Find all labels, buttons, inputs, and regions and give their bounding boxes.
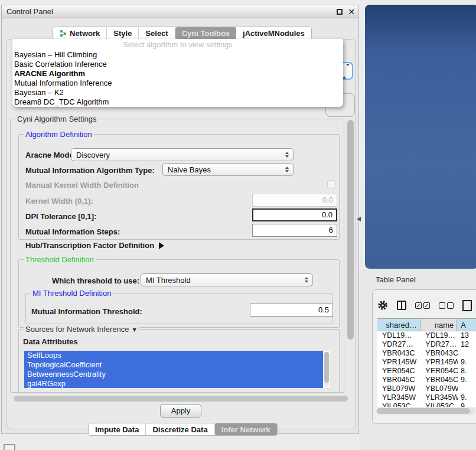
table-row[interactable]: YBR045CYBR045C9. — [377, 376, 476, 384]
tab-select[interactable]: Select — [139, 27, 175, 39]
combo-spinner-icon — [285, 164, 289, 175]
table-row[interactable]: YDL19…YDL19…13 — [377, 331, 476, 340]
algorithm-option-selected[interactable]: ARACNE Algorithm — [12, 69, 343, 79]
aracne-mode-label: Aracne Mode: — [25, 151, 76, 159]
control-panel-title: Control Panel — [2, 7, 53, 16]
columns-icon[interactable] — [397, 301, 406, 310]
settings-horizontal-scrollbar[interactable] — [12, 395, 353, 402]
hub-definition-label: Hub/Transcription Factor Definition — [25, 241, 154, 250]
mi-threshold-label: Mutual Information Threshold: — [31, 307, 142, 316]
algorithm-option[interactable]: Dream8 DC_TDC Algorithm — [12, 97, 343, 107]
algorithm-definition-title: Algorithm Definition — [24, 130, 94, 139]
table-row[interactable]: YER054CYER054C8. — [377, 367, 476, 376]
control-panel-tabs: Network Style Select Cyni Toolbox jActiv… — [53, 27, 312, 40]
tab-network[interactable]: Network — [53, 27, 107, 39]
gear-icon[interactable] — [377, 300, 388, 311]
threshold-definition-title: Threshold Definition — [24, 255, 96, 264]
floating-grip-icon[interactable] — [4, 444, 15, 450]
column-header-shared-name[interactable]: shared… — [377, 319, 420, 331]
algorithm-dropdown-prompt: Select algorithm to view settings — [12, 40, 343, 50]
table-panel-title: Table Panel — [376, 275, 416, 284]
data-attributes-list[interactable]: SelfLoops TopologicalCoefficient Between… — [24, 351, 330, 388]
cyni-algorithm-settings-title: Cyni Algorithm Settings — [15, 115, 98, 123]
hub-definition-expander[interactable]: Hub/Transcription Factor Definition — [25, 241, 164, 250]
expander-collapsed-icon — [159, 242, 164, 249]
table-row[interactable]: YPR145WYPR145W9. — [377, 358, 476, 367]
combo-spinner-icon — [285, 149, 289, 161]
column-header-name[interactable]: name — [420, 319, 457, 331]
tab-discretize-data[interactable]: Discretize Data — [146, 423, 214, 435]
application-root: Control Panel ✕ Network Style Select Cyn — [0, 0, 476, 450]
mouse-cursor — [357, 217, 361, 221]
sources-title[interactable]: Sources for Network Inference ▼ — [24, 325, 139, 334]
kernel-width-field[interactable]: 0.0 — [252, 194, 337, 207]
combo-spinner-icon — [305, 274, 308, 286]
apply-button[interactable]: Apply — [160, 404, 201, 418]
algorithm-option[interactable]: Mutual Information Inference — [12, 79, 343, 88]
attribute-item-selected[interactable]: gal4RGexp — [24, 379, 323, 388]
table-panel: ✓✓ shared… name A YDL19…YDL19…13 YDR27…Y… — [372, 289, 476, 424]
control-panel-window: Control Panel ✕ Network Style Select Cyn — [1, 5, 359, 434]
settings-vertical-scrollbar[interactable] — [347, 119, 354, 392]
table-header: shared… name A — [377, 318, 476, 331]
export-table-icon[interactable] — [462, 300, 472, 311]
mi-steps-field[interactable]: 6 — [252, 224, 337, 237]
which-threshold-label: Which threshold to use: — [52, 276, 139, 285]
deselect-all-columns-icon[interactable] — [439, 302, 454, 309]
table-horizontal-scrollbar[interactable] — [376, 407, 475, 415]
algorithm-option[interactable]: Basic Correlation Inference — [12, 60, 343, 69]
which-threshold-select[interactable]: MI Threshold — [141, 273, 313, 286]
table-toolbar: ✓✓ — [377, 298, 472, 312]
tab-network-label: Network — [70, 29, 100, 38]
manual-kernel-width-label: Manual Kernel Width Definition — [25, 181, 139, 190]
network-view-frame: GAL GAL80 GAL10 GAL1 GAL11 SWI4 GAL4 GCY… — [365, 5, 476, 269]
close-icon[interactable]: ✕ — [348, 8, 355, 16]
aracne-mode-select[interactable]: Discovery — [71, 148, 294, 161]
algorithm-option[interactable]: Bayesian – K2 — [12, 88, 343, 97]
bottom-tabs: Impute Data Discretize Data Infer Networ… — [88, 423, 278, 436]
column-header-third[interactable]: A — [457, 319, 476, 331]
tab-jactivemnodules[interactable]: jActiveMNodules — [236, 27, 311, 39]
select-all-columns-icon[interactable]: ✓✓ — [415, 302, 430, 309]
mi-threshold-field[interactable]: 0.5 — [250, 304, 333, 317]
table-row[interactable]: YLR345WYLR345W9. — [377, 393, 476, 402]
table-row[interactable]: YIL053CYIL053C9 — [377, 402, 476, 407]
tab-impute-data[interactable]: Impute Data — [89, 423, 146, 435]
mi-threshold-definition-title: MI Threshold Definition — [31, 289, 113, 298]
kernel-width-label: Kernel Width (0,1): — [25, 197, 93, 206]
attribute-item-selected[interactable]: SelfLoops — [24, 351, 323, 360]
algorithm-dropdown-list: Select algorithm to view settings Bayesi… — [12, 39, 343, 107]
dpi-tolerance-label: DPI Tolerance [0,1]: — [25, 212, 96, 221]
table-row[interactable]: YBR043CYBR043C — [377, 349, 476, 358]
attribute-item-selected[interactable]: BetweennessCentrality — [24, 370, 323, 379]
mi-steps-label: Mutual Information Steps: — [25, 227, 120, 236]
network-icon — [60, 30, 67, 37]
tab-style[interactable]: Style — [107, 27, 139, 39]
tab-infer-network[interactable]: Infer Network — [215, 423, 277, 435]
mi-algorithm-type-label: Mutual Information Algorithm Type: — [25, 166, 155, 175]
tab-cyni-toolbox[interactable]: Cyni Toolbox — [175, 27, 236, 39]
table-row[interactable]: YBL079WYBL079W — [377, 384, 476, 393]
attributes-scrollbar[interactable] — [324, 351, 330, 387]
control-panel-titlebar[interactable]: Control Panel ✕ — [2, 5, 358, 18]
algorithm-option[interactable]: Bayesian – Hill Climbing — [12, 50, 343, 60]
dpi-tolerance-field[interactable]: 0.0 — [252, 208, 337, 221]
float-window-icon[interactable] — [337, 9, 343, 15]
expander-expanded-icon: ▼ — [131, 326, 138, 333]
mi-algorithm-type-select[interactable]: Naive Bayes — [162, 163, 294, 176]
table-row[interactable]: YDR27…YDR27…12 — [377, 340, 476, 349]
manual-kernel-width-checkbox[interactable] — [327, 180, 335, 188]
node-table: shared… name A YDL19…YDL19…13 YDR27…YDR2… — [377, 318, 476, 407]
attribute-item-selected[interactable]: TopologicalCoefficient — [24, 360, 323, 370]
data-attributes-label: Data Attributes — [23, 337, 78, 346]
